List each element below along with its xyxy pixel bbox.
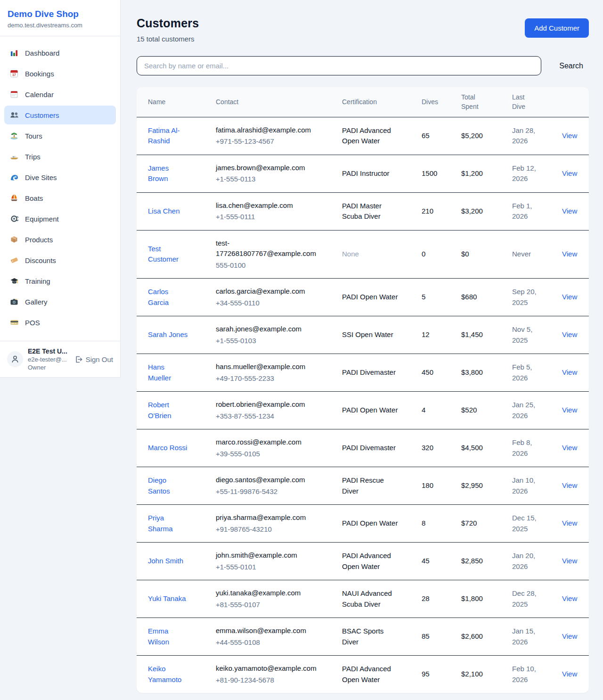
sidebar-item-dashboard[interactable]: Dashboard (4, 43, 116, 62)
customer-name-link[interactable]: Yuki Tanaka (148, 593, 186, 604)
customer-last-dive: Feb 8, 2026 (512, 429, 562, 467)
sidebar-item-gallery[interactable]: Gallery (4, 292, 116, 311)
customer-email: fatima.alrashid@example.com (216, 125, 321, 136)
sidebar-header: Demo Dive Shop demo.test.divestreams.com (0, 0, 120, 36)
customer-email: emma.wilson@example.com (216, 626, 321, 636)
sidebar-item-bookings[interactable]: 17 Bookings (4, 64, 116, 83)
table-row: Yuki Tanaka yuki.tanaka@example.com +81-… (137, 580, 589, 618)
calendar-icon (9, 90, 19, 99)
sidebar: Demo Dive Shop demo.test.divestreams.com… (0, 0, 121, 378)
customer-name-link[interactable]: Hans Mueller (148, 362, 189, 383)
sidebar-item-pos[interactable]: POS (4, 313, 116, 332)
search-button[interactable]: Search (554, 58, 589, 74)
customer-email: sarah.jones@example.com (216, 324, 321, 335)
bookings-icon: 17 (9, 69, 19, 78)
view-customer-link[interactable]: View (562, 632, 577, 640)
table-row: Emma Wilson emma.wilson@example.com +44-… (137, 618, 589, 656)
view-customer-link[interactable]: View (562, 519, 577, 527)
customer-email: hans.mueller@example.com (216, 362, 321, 372)
customer-phone: +44-555-0108 (216, 637, 321, 648)
view-customer-link[interactable]: View (562, 670, 577, 678)
sidebar-item-customers[interactable]: Customers (4, 106, 116, 124)
page-header: Customers 15 total customers Add Custome… (137, 16, 589, 43)
boats-icon (9, 193, 19, 203)
column-header-contact: Contact (216, 87, 342, 117)
view-customer-link[interactable]: View (562, 250, 577, 258)
customer-name-link[interactable]: Sarah Jones (148, 329, 187, 340)
table-body: Fatima Al-Rashid fatima.alrashid@example… (137, 117, 589, 693)
customer-name-link[interactable]: James Brown (148, 163, 189, 184)
customer-dives: 0 (422, 230, 461, 279)
view-customer-link[interactable]: View (562, 444, 577, 452)
customer-email: james.brown@example.com (216, 163, 321, 173)
customer-name-link[interactable]: Marco Rossi (148, 443, 187, 453)
sidebar-nav: Dashboard 17 Bookings Calendar Customers… (0, 36, 120, 341)
sign-out-button[interactable]: Sign Out (74, 355, 113, 363)
customer-name-link[interactable]: Lisa Chen (148, 206, 180, 217)
view-customer-link[interactable]: View (562, 557, 577, 565)
customer-dives: 450 (422, 354, 461, 392)
table-row: John Smith john.smith@example.com +1-555… (137, 543, 589, 580)
sidebar-item-label: Calendar (25, 91, 54, 99)
customer-total-spent: $1,450 (461, 316, 512, 354)
customer-name-link[interactable]: Emma Wilson (148, 626, 189, 647)
user-info: E2E Test U... e2e-tester@... Owner (28, 347, 70, 371)
sidebar-item-label: Products (25, 236, 53, 244)
customer-certification: PADI Divemaster (342, 368, 396, 376)
sidebar-item-dive-sites[interactable]: Dive Sites (4, 168, 116, 187)
customer-last-dive: Jan 25, 2026 (512, 392, 562, 429)
customer-name-link[interactable]: Priya Sharma (148, 513, 189, 534)
customer-total-spent: $3,800 (461, 354, 512, 392)
customer-certification: None (342, 250, 359, 258)
sidebar-item-products[interactable]: Products (4, 230, 116, 249)
customer-dives: 180 (422, 467, 461, 505)
view-customer-link[interactable]: View (562, 406, 577, 414)
avatar (7, 351, 23, 367)
view-customer-link[interactable]: View (562, 293, 577, 301)
table-row: Keiko Yamamoto keiko.yamamoto@example.co… (137, 656, 589, 693)
discounts-icon (9, 255, 19, 265)
sidebar-item-equipment[interactable]: Equipment (4, 209, 116, 228)
view-customer-link[interactable]: View (562, 594, 577, 602)
customer-name-link[interactable]: Robert O'Brien (148, 400, 189, 421)
column-header-name: Name (137, 87, 216, 117)
view-customer-link[interactable]: View (562, 169, 577, 177)
svg-text:17: 17 (12, 73, 16, 76)
view-customer-link[interactable]: View (562, 132, 577, 140)
sidebar-item-tours[interactable]: Tours (4, 126, 116, 145)
view-customer-link[interactable]: View (562, 207, 577, 215)
customer-name-link[interactable]: Test Customer (148, 244, 189, 265)
search-input[interactable] (137, 56, 541, 75)
customer-name-link[interactable]: Diego Santos (148, 475, 189, 496)
customer-email: lisa.chen@example.com (216, 200, 321, 211)
customer-certification: PADI Master Scuba Diver (342, 202, 382, 221)
customer-last-dive: Jan 15, 2026 (512, 618, 562, 656)
sidebar-item-trips[interactable]: Trips (4, 147, 116, 166)
customer-name-link[interactable]: Carlos Garcia (148, 287, 189, 308)
customer-certification: PADI Open Water (342, 519, 398, 527)
sidebar-item-boats[interactable]: Boats (4, 189, 116, 207)
customer-name-link[interactable]: Keiko Yamamoto (148, 664, 189, 685)
customer-phone: +34-555-0110 (216, 298, 321, 309)
view-customer-link[interactable]: View (562, 368, 577, 376)
add-customer-button[interactable]: Add Customer (525, 18, 589, 38)
sidebar-item-calendar[interactable]: Calendar (4, 85, 116, 104)
customer-name-link[interactable]: Fatima Al-Rashid (148, 125, 189, 147)
sidebar-item-label: POS (25, 319, 40, 327)
view-customer-link[interactable]: View (562, 481, 577, 489)
sidebar-item-label: Tours (25, 132, 42, 140)
customer-last-dive: Never (512, 230, 562, 279)
customer-dives: 65 (422, 117, 461, 155)
sidebar-item-training[interactable]: Training (4, 272, 116, 290)
sidebar-item-label: Customers (25, 111, 59, 119)
view-customer-link[interactable]: View (562, 330, 577, 338)
customer-dives: 45 (422, 543, 461, 580)
customer-last-dive: Jan 20, 2026 (512, 543, 562, 580)
sidebar-item-discounts[interactable]: Discounts (4, 251, 116, 270)
customer-total-spent: $2,600 (461, 618, 512, 656)
customer-dives: 4 (422, 392, 461, 429)
customer-name-link[interactable]: John Smith (148, 556, 183, 567)
customer-last-dive: Feb 5, 2026 (512, 354, 562, 392)
equipment-icon (9, 214, 19, 223)
sidebar-item-label: Bookings (25, 70, 54, 78)
